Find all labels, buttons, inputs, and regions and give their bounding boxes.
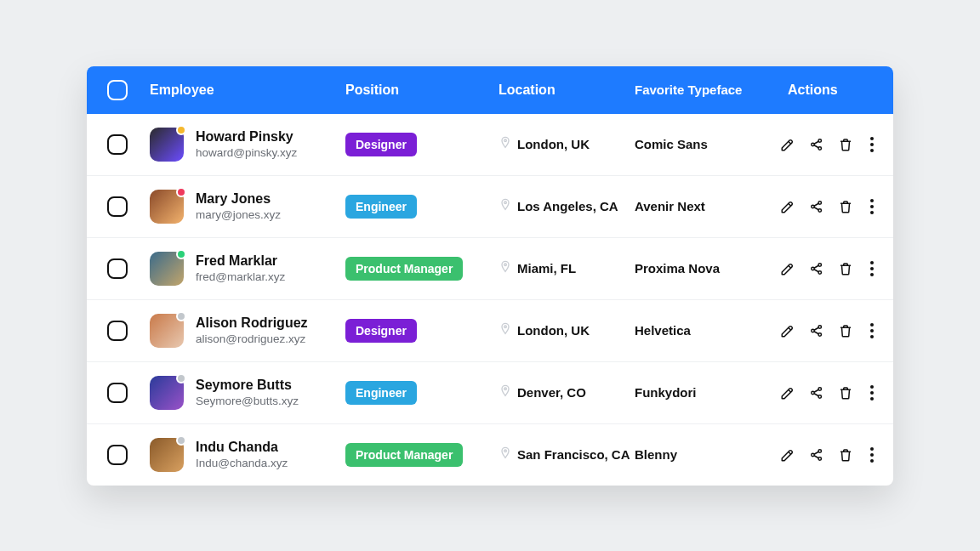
location-text: Denver, CO [517,385,586,400]
employee-table: Employee Position Location Favorite Type… [87,66,893,486]
table-row: Seymore Butts Seymore@butts.xyz Engineer… [87,362,893,424]
favorite-typeface: Blenny [635,447,779,462]
location-pin-icon [499,198,512,215]
more-button[interactable] [866,198,878,215]
delete-button[interactable] [837,198,854,215]
table-row: Howard Pinsky howard@pinsky.xyz Designer… [87,114,893,176]
favorite-typeface: Helvetica [635,323,779,338]
share-button[interactable] [808,260,825,277]
employee-name: Seymore Butts [196,378,299,393]
column-header-actions: Actions [779,82,873,98]
select-all-checkbox[interactable] [107,80,128,100]
location-text: San Francisco, CA [517,447,630,462]
location-text: London, UK [517,137,590,151]
edit-button[interactable] [779,136,796,153]
location-pin-icon [499,322,512,339]
employee-name: Alison Rodriguez [196,315,308,331]
status-dot [176,311,186,321]
delete-button[interactable] [837,260,854,277]
table-row: Indu Chanda Indu@chanda.xyz Product Mana… [87,424,893,486]
position-badge: Engineer [345,381,417,405]
column-header-position: Position [345,82,499,98]
more-button[interactable] [866,384,878,401]
status-dot [176,125,186,135]
row-checkbox[interactable] [107,196,128,217]
position-badge: Product Manager [345,257,463,281]
table-body: Howard Pinsky howard@pinsky.xyz Designer… [87,114,893,486]
table-header: Employee Position Location Favorite Type… [87,66,893,114]
employee-name: Howard Pinsky [196,129,297,145]
avatar [150,190,184,224]
edit-button[interactable] [779,384,796,401]
employee-email: mary@jones.xyz [196,208,281,221]
location-pin-icon [499,446,512,463]
employee-email: howard@pinsky.xyz [196,146,297,159]
row-checkbox[interactable] [107,383,128,403]
employee-name: Mary Jones [196,191,281,207]
row-checkbox[interactable] [107,321,128,341]
location-pin-icon [499,260,512,277]
favorite-typeface: Avenir Next [635,199,779,213]
delete-button[interactable] [837,136,854,153]
edit-button[interactable] [779,446,796,463]
employee-email: alison@rodriguez.xyz [196,332,308,345]
employee-email: Seymore@butts.xyz [196,395,299,407]
status-dot [176,249,186,259]
favorite-typeface: Proxima Nova [635,261,779,276]
status-dot [176,187,186,197]
favorite-typeface: Comic Sans [635,137,779,151]
more-button[interactable] [866,260,878,277]
position-badge: Product Manager [345,443,463,467]
row-checkbox[interactable] [107,445,128,465]
share-button[interactable] [808,446,825,463]
employee-email: fred@marklar.xyz [196,270,285,283]
share-button[interactable] [808,136,825,153]
more-button[interactable] [866,446,878,463]
employee-email: Indu@chanda.xyz [196,457,288,469]
avatar [150,314,184,348]
column-header-favorite: Favorite Typeface [635,82,779,97]
avatar [150,376,184,410]
status-dot [176,373,186,383]
more-button[interactable] [866,322,878,339]
share-button[interactable] [808,198,825,215]
share-button[interactable] [808,322,825,339]
column-header-employee: Employee [150,82,345,98]
location-text: Miami, FL [517,261,576,276]
more-button[interactable] [866,136,878,153]
edit-button[interactable] [779,198,796,215]
edit-button[interactable] [779,260,796,277]
location-text: London, UK [517,323,590,338]
location-pin-icon [499,384,512,401]
location-text: Los Angeles, CA [517,199,618,213]
table-row: Fred Marklar fred@marklar.xyz Product Ma… [87,238,893,300]
position-badge: Engineer [345,195,417,219]
edit-button[interactable] [779,322,796,339]
employee-name: Indu Chanda [196,440,288,455]
position-badge: Designer [345,319,417,343]
position-badge: Designer [345,133,417,156]
avatar [150,438,184,472]
location-pin-icon [499,136,512,153]
table-row: Alison Rodriguez alison@rodriguez.xyz De… [87,300,893,362]
avatar [150,252,184,286]
column-header-location: Location [499,82,635,98]
share-button[interactable] [808,384,825,401]
employee-name: Fred Marklar [196,253,285,269]
row-checkbox[interactable] [107,258,128,279]
avatar [150,128,184,162]
delete-button[interactable] [837,322,854,339]
favorite-typeface: Funkydori [635,385,779,400]
status-dot [176,435,186,446]
table-row: Mary Jones mary@jones.xyz Engineer Los A… [87,176,893,238]
row-checkbox[interactable] [107,134,128,155]
delete-button[interactable] [837,446,854,463]
delete-button[interactable] [837,384,854,401]
